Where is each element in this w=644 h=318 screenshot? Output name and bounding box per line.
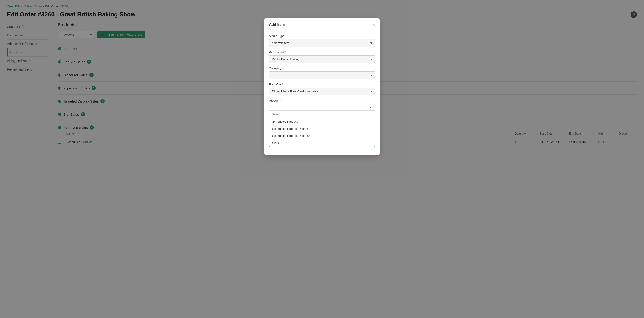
category-group: Category: [269, 67, 375, 79]
publication-select[interactable]: Digital British Baking Print British Bak…: [269, 55, 375, 63]
media-type-group: Media Type * eNewsletters Print Digital …: [269, 34, 375, 47]
publication-label: Publication *: [269, 51, 375, 54]
product-search-input[interactable]: [270, 111, 374, 118]
publication-group: Publication * Digital British Baking Pri…: [269, 51, 375, 63]
modal-overlay[interactable]: Add Item × Media Type * eNewsletters Pri…: [0, 0, 644, 318]
product-option-scheduled[interactable]: Scheduled Product: [270, 118, 374, 125]
modal-header: Add Item ×: [264, 19, 380, 30]
media-type-label: Media Type *: [269, 34, 375, 38]
product-option-scheduled-clone2[interactable]: Scheduled Product - Clone2: [270, 132, 374, 139]
modal-close-button[interactable]: ×: [372, 23, 375, 27]
product-dropdown-wrapper: ▼ Scheduled Product Scheduled Product - …: [269, 104, 375, 147]
product-dropdown-arrow: ▼: [370, 106, 372, 109]
media-type-select[interactable]: eNewsletters Print Digital Impression: [269, 39, 375, 47]
product-group: Product * ▼ Scheduled Product Scheduled …: [269, 99, 375, 147]
rate-card-label: Rate Card *: [269, 83, 375, 86]
category-select[interactable]: [269, 72, 375, 79]
rate-card-group: Rate Card * Digital Media Rate Card - no…: [269, 83, 375, 95]
product-dropdown-list: Scheduled Product Scheduled Product - Cl…: [270, 118, 374, 147]
add-item-modal: Add Item × Media Type * eNewsletters Pri…: [264, 19, 380, 155]
category-label: Category: [269, 67, 375, 70]
product-label: Product *: [269, 99, 375, 102]
product-option-slots[interactable]: Slots: [270, 139, 374, 147]
modal-title: Add Item: [269, 23, 285, 27]
product-select-trigger[interactable]: ▼: [270, 104, 374, 111]
rate-card-select[interactable]: Digital Media Rate Card - no dates Stand…: [269, 88, 375, 95]
product-option-scheduled-clone[interactable]: Scheduled Product - Clone: [270, 125, 374, 132]
modal-body: Media Type * eNewsletters Print Digital …: [264, 30, 380, 155]
